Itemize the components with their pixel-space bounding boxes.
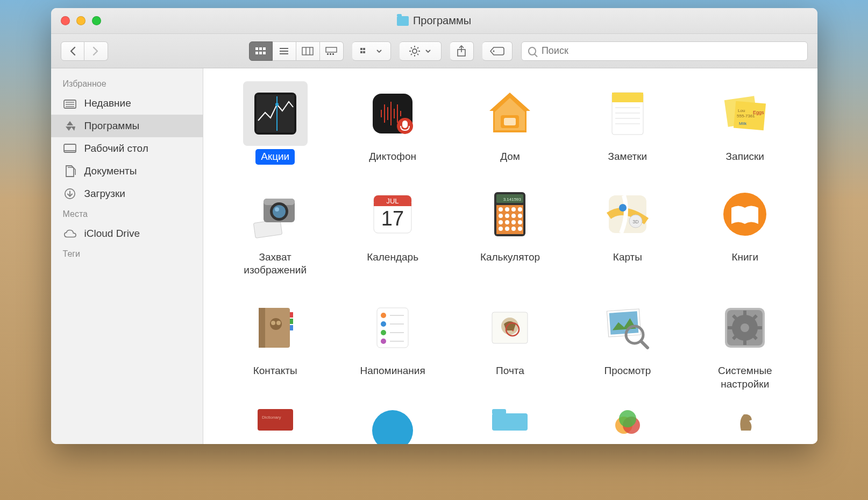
app-contacts[interactable]: Контакты	[219, 292, 331, 395]
svg-line-28	[411, 54, 412, 55]
app-label: Напоминания	[354, 363, 430, 379]
app-preview[interactable]: Просмотр	[572, 292, 684, 395]
svg-rect-17	[363, 48, 365, 50]
app-systemprefs[interactable]: Системные настройки	[689, 292, 801, 395]
desktop-icon	[63, 143, 77, 154]
sidebar-item-desktop[interactable]: Рабочий стол	[51, 137, 203, 160]
svg-point-94	[511, 220, 516, 224]
app-label: Карты	[608, 250, 648, 265]
sidebar-item-label: Программы	[84, 120, 140, 132]
action-button[interactable]	[400, 41, 442, 61]
documents-icon	[63, 165, 77, 177]
svg-text:Milk: Milk	[739, 121, 747, 126]
svg-point-89	[505, 214, 509, 218]
close-button[interactable]	[61, 16, 70, 25]
svg-line-129	[641, 341, 648, 348]
tags-button[interactable]	[482, 41, 513, 61]
svg-point-98	[511, 227, 516, 231]
stickies-icon: Lou555-7361EggsMilk	[713, 81, 777, 146]
svg-rect-3	[255, 52, 258, 54]
sidebar-item-downloads[interactable]: Загрузки	[51, 182, 203, 205]
svg-point-115	[381, 321, 386, 327]
svg-line-25	[411, 47, 412, 48]
app-maps[interactable]: 3DКарты	[572, 179, 684, 281]
sidebar: ИзбранноеНедавниеПрограммыРабочий столДо…	[51, 68, 203, 444]
svg-rect-12	[326, 47, 337, 52]
app-label: Акции	[255, 149, 295, 165]
preview-icon	[595, 295, 660, 360]
imagecapture-icon	[243, 182, 308, 247]
voicememos-icon	[360, 81, 425, 146]
sidebar-item-documents[interactable]: Документы	[51, 160, 203, 182]
svg-text:JUL: JUL	[387, 197, 399, 205]
app-chess[interactable]	[689, 406, 801, 434]
search-box[interactable]	[521, 41, 808, 61]
app-blueapp[interactable]	[337, 406, 449, 434]
svg-point-99	[518, 227, 522, 231]
content-area: АкцииДиктофонДомЗаметкиLou555-7361EggsMi…	[203, 68, 817, 444]
app-home[interactable]: Дом	[454, 78, 566, 168]
svg-rect-5	[263, 52, 266, 54]
svg-point-96	[499, 227, 503, 231]
svg-rect-15	[332, 53, 334, 55]
share-button[interactable]	[450, 41, 474, 61]
sidebar-item-icloud[interactable]: iCloud Drive	[51, 222, 203, 245]
app-reminders[interactable]: Напоминания	[337, 292, 449, 395]
icon-grid: АкцииДиктофонДомЗаметкиLou555-7361EggsMi…	[219, 78, 801, 434]
stocks-icon	[243, 81, 308, 146]
app-folder[interactable]	[454, 406, 566, 434]
app-notes[interactable]: Заметки	[572, 78, 684, 168]
maximize-button[interactable]	[92, 16, 101, 25]
sidebar-item-apps[interactable]: Программы	[51, 115, 203, 137]
app-voicememos[interactable]: Диктофон	[337, 78, 449, 168]
column-view-button[interactable]	[296, 41, 320, 61]
app-calculator[interactable]: 3.141593Калькулятор	[454, 179, 566, 281]
contacts-icon	[243, 295, 308, 360]
app-label: Калькулятор	[475, 250, 545, 265]
search-icon	[528, 47, 536, 55]
app-label: Дом	[495, 149, 525, 165]
search-input[interactable]	[542, 45, 801, 57]
app-dictionary[interactable]: Dictionary	[219, 406, 331, 434]
sidebar-item-label: Недавние	[84, 97, 131, 109]
list-view-button[interactable]	[273, 41, 296, 61]
gallery-view-button[interactable]	[320, 41, 344, 61]
app-photos[interactable]	[572, 406, 684, 434]
svg-rect-108	[290, 319, 293, 324]
svg-rect-13	[327, 53, 329, 55]
icon-view-button[interactable]	[249, 41, 273, 61]
arrange-button[interactable]	[352, 41, 391, 61]
svg-rect-56	[504, 118, 516, 125]
svg-point-95	[518, 220, 522, 224]
svg-point-87	[518, 207, 522, 212]
mail-icon: ★	[478, 295, 542, 360]
traffic-lights	[61, 16, 101, 25]
svg-rect-54	[402, 121, 408, 128]
finder-window: Программы	[51, 8, 817, 444]
svg-text:Lou: Lou	[738, 108, 745, 113]
svg-rect-41	[257, 95, 294, 132]
svg-point-101	[619, 204, 627, 212]
app-calendar[interactable]: JUL17Календарь	[337, 179, 449, 281]
svg-point-31	[493, 50, 495, 52]
app-label: Календарь	[361, 250, 424, 265]
app-stocks[interactable]: Акции	[219, 78, 331, 168]
svg-point-91	[518, 214, 522, 218]
app-mail[interactable]: ★Почта	[454, 292, 566, 395]
svg-point-90	[511, 214, 516, 218]
svg-rect-134	[743, 311, 746, 316]
svg-line-26	[417, 54, 418, 55]
calendar-icon: JUL17	[360, 182, 425, 247]
back-button[interactable]	[61, 41, 84, 61]
app-label: Заметки	[603, 149, 653, 165]
svg-rect-18	[360, 51, 362, 53]
maps-icon: 3D	[595, 182, 660, 247]
downloads-icon	[63, 188, 77, 200]
app-books[interactable]: Книги	[689, 179, 801, 281]
forward-button[interactable]	[84, 41, 108, 61]
svg-rect-14	[330, 53, 331, 55]
app-stickies[interactable]: Lou555-7361EggsMilkЗаписки	[689, 78, 801, 168]
app-imagecapture[interactable]: Захват изображений	[219, 179, 331, 281]
minimize-button[interactable]	[76, 16, 86, 25]
sidebar-item-recents[interactable]: Недавние	[51, 92, 203, 115]
